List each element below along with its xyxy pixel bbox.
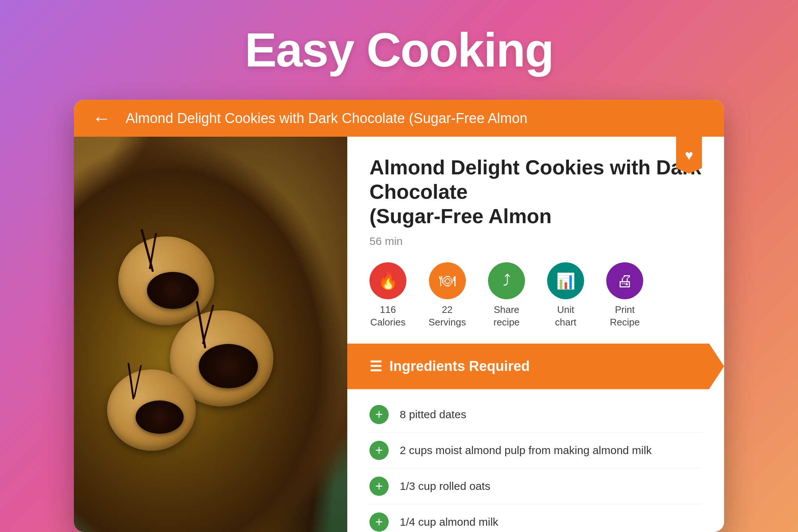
back-button[interactable]: ← [92,109,111,127]
add-ingredient-button-1[interactable]: + [369,405,389,424]
ingredient-text-1: 8 pitted dates [400,408,466,421]
ingredient-text-2: 2 cups moist almond pulp from making alm… [400,444,652,457]
print-label: PrintRecipe [610,304,640,329]
list-icon: ☰ [369,358,382,375]
items-number: 15 [655,352,680,369]
fire-icon: 🔥 [378,271,398,290]
stat-calories[interactable]: 🔥 116Calories [369,262,406,329]
unit-chart-circle: 📊 [547,262,584,299]
print-icon: 🖨 [617,272,633,290]
list-item: + 2 cups moist almond pulp from making a… [369,433,702,468]
ingredients-section-header: ☰ Ingredients Required 15 Items [347,344,724,389]
calories-circle: 🔥 [369,262,406,299]
plate-icon: 🍽 [439,272,456,290]
ingredient-text-3: 1/3 cup rolled oats [400,480,490,492]
bookmark-button[interactable]: ♥ [676,137,702,174]
cookie-3 [107,369,196,451]
share-circle: ⤴ [488,262,525,299]
ingredient-text-4: 1/4 cup almond milk [400,516,498,528]
cookie-visual [74,137,347,532]
stat-servings[interactable]: 🍽 22Servings [429,262,466,329]
recipe-image [74,137,347,532]
nav-title: Almond Delight Cookies with Dark Chocola… [126,110,528,126]
items-count: 15 Items [655,352,680,381]
recipe-title: Almond Delight Cookies with Dark Chocola… [369,155,702,228]
stat-share[interactable]: ⤴ Sharerecipe [488,262,525,329]
stats-row: 🔥 116Calories 🍽 22Servings ⤴ Sharerecipe [369,262,702,329]
add-ingredient-button-3[interactable]: + [369,477,389,496]
chart-icon: 📊 [556,272,575,290]
list-item: + 1/4 cup almond milk [369,504,702,532]
share-icon: ⤴ [503,272,511,290]
content-area: ♥ Almond Delight Cookies with Dark Choco… [74,137,724,532]
add-ingredient-button-4[interactable]: + [369,512,389,532]
items-label: Items [655,369,680,381]
list-item: + 8 pitted dates [369,397,702,433]
ingredients-title: ☰ Ingredients Required [369,358,530,375]
recipe-card: ← Almond Delight Cookies with Dark Choco… [74,100,724,532]
nav-bar: ← Almond Delight Cookies with Dark Choco… [74,100,724,137]
share-label: Sharerecipe [494,304,520,329]
ingredients-list: + 8 pitted dates + 2 cups moist almond p… [369,397,702,532]
servings-circle: 🍽 [429,262,466,299]
stat-print[interactable]: 🖨 PrintRecipe [606,262,643,329]
recipe-time: 56 min [369,235,702,248]
servings-label: 22Servings [429,304,466,329]
recipe-info: ♥ Almond Delight Cookies with Dark Choco… [347,137,724,532]
print-circle: 🖨 [606,262,643,299]
list-item: + 1/3 cup rolled oats [369,468,702,504]
app-title: Easy Cooking [245,22,553,78]
cookies-container [96,192,325,488]
calories-label: 116Calories [370,304,405,329]
unit-chart-label: Unitchart [555,304,576,329]
add-ingredient-button-2[interactable]: + [369,441,389,460]
heart-icon: ♥ [685,147,693,163]
stat-unit-chart[interactable]: 📊 Unitchart [547,262,584,329]
